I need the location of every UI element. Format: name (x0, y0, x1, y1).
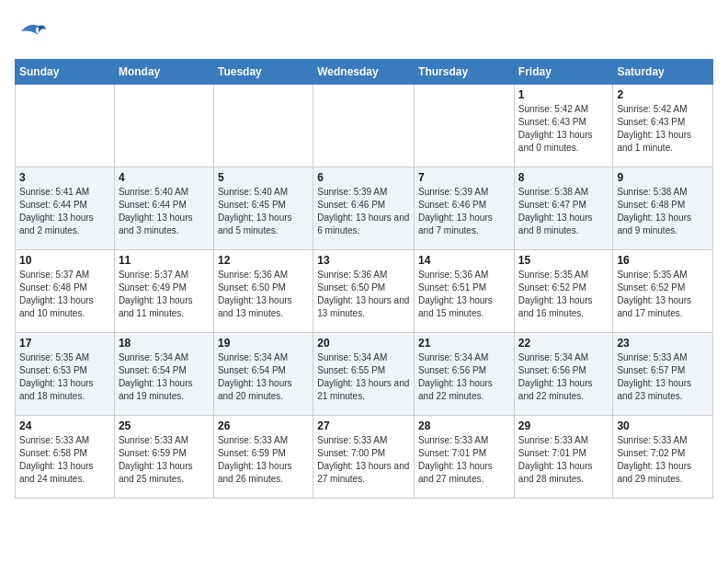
day-info: Sunrise: 5:33 AMSunset: 6:59 PMDaylight:… (218, 434, 309, 486)
calendar-cell: 20Sunrise: 5:34 AMSunset: 6:55 PMDayligh… (313, 333, 415, 416)
day-number: 17 (19, 337, 110, 350)
day-number: 20 (317, 337, 410, 350)
day-number: 22 (518, 337, 609, 350)
day-info: Sunrise: 5:35 AMSunset: 6:53 PMDaylight:… (19, 351, 110, 403)
calendar-cell: 16Sunrise: 5:35 AMSunset: 6:52 PMDayligh… (613, 250, 713, 333)
day-number: 18 (119, 337, 210, 350)
day-number: 1 (518, 88, 609, 101)
calendar: SundayMondayTuesdayWednesdayThursdayFrid… (15, 59, 713, 499)
weekday-header-wednesday: Wednesday (313, 60, 415, 85)
logo-icon (15, 15, 48, 48)
weekday-header-tuesday: Tuesday (213, 60, 313, 85)
day-info: Sunrise: 5:36 AMSunset: 6:50 PMDaylight:… (218, 269, 309, 320)
calendar-cell: 5Sunrise: 5:40 AMSunset: 6:45 PMDaylight… (213, 167, 313, 250)
day-info: Sunrise: 5:39 AMSunset: 6:46 PMDaylight:… (418, 186, 510, 237)
day-number: 14 (418, 254, 510, 267)
calendar-cell: 2Sunrise: 5:42 AMSunset: 6:43 PMDaylight… (613, 85, 713, 167)
calendar-cell: 15Sunrise: 5:35 AMSunset: 6:52 PMDayligh… (514, 250, 613, 333)
day-info: Sunrise: 5:37 AMSunset: 6:48 PMDaylight:… (19, 269, 110, 320)
day-info: Sunrise: 5:33 AMSunset: 7:01 PMDaylight:… (518, 434, 609, 486)
day-info: Sunrise: 5:33 AMSunset: 7:02 PMDaylight:… (617, 434, 709, 486)
day-number: 26 (218, 419, 309, 432)
calendar-cell: 7Sunrise: 5:39 AMSunset: 6:46 PMDaylight… (415, 167, 515, 250)
calendar-week-2: 3Sunrise: 5:41 AMSunset: 6:44 PMDaylight… (16, 167, 713, 250)
day-info: Sunrise: 5:33 AMSunset: 7:00 PMDaylight:… (317, 434, 410, 486)
weekday-header-sunday: Sunday (16, 60, 115, 85)
day-info: Sunrise: 5:38 AMSunset: 6:47 PMDaylight:… (518, 186, 609, 237)
day-number: 2 (617, 88, 709, 101)
logo (15, 15, 53, 48)
page-header (15, 15, 713, 48)
day-info: Sunrise: 5:38 AMSunset: 6:48 PMDaylight:… (617, 186, 709, 237)
calendar-cell: 19Sunrise: 5:34 AMSunset: 6:54 PMDayligh… (213, 333, 313, 416)
calendar-cell: 21Sunrise: 5:34 AMSunset: 6:56 PMDayligh… (415, 333, 515, 416)
calendar-cell: 14Sunrise: 5:36 AMSunset: 6:51 PMDayligh… (415, 250, 515, 333)
weekday-header-saturday: Saturday (613, 60, 713, 85)
calendar-cell (415, 85, 515, 167)
calendar-week-5: 24Sunrise: 5:33 AMSunset: 6:58 PMDayligh… (16, 416, 713, 499)
calendar-cell: 18Sunrise: 5:34 AMSunset: 6:54 PMDayligh… (114, 333, 213, 416)
calendar-cell: 12Sunrise: 5:36 AMSunset: 6:50 PMDayligh… (213, 250, 313, 333)
calendar-cell: 8Sunrise: 5:38 AMSunset: 6:47 PMDaylight… (514, 167, 613, 250)
day-number: 25 (119, 419, 210, 432)
day-number: 19 (218, 337, 309, 350)
calendar-cell: 10Sunrise: 5:37 AMSunset: 6:48 PMDayligh… (16, 250, 115, 333)
day-number: 5 (218, 171, 309, 184)
day-number: 29 (518, 419, 609, 432)
day-number: 15 (518, 254, 609, 267)
calendar-cell: 9Sunrise: 5:38 AMSunset: 6:48 PMDaylight… (613, 167, 713, 250)
day-number: 3 (19, 171, 110, 184)
day-number: 30 (617, 419, 709, 432)
day-number: 16 (617, 254, 709, 267)
calendar-cell: 1Sunrise: 5:42 AMSunset: 6:43 PMDaylight… (514, 85, 613, 167)
weekday-header-monday: Monday (114, 60, 213, 85)
day-number: 10 (19, 254, 110, 267)
calendar-cell (16, 85, 115, 167)
day-number: 4 (119, 171, 210, 184)
day-info: Sunrise: 5:42 AMSunset: 6:43 PMDaylight:… (617, 103, 709, 155)
calendar-cell: 22Sunrise: 5:34 AMSunset: 6:56 PMDayligh… (514, 333, 613, 416)
day-info: Sunrise: 5:33 AMSunset: 7:01 PMDaylight:… (418, 434, 510, 486)
calendar-cell: 24Sunrise: 5:33 AMSunset: 6:58 PMDayligh… (16, 416, 115, 499)
calendar-week-3: 10Sunrise: 5:37 AMSunset: 6:48 PMDayligh… (16, 250, 713, 333)
day-info: Sunrise: 5:34 AMSunset: 6:56 PMDaylight:… (418, 351, 510, 403)
calendar-cell: 4Sunrise: 5:40 AMSunset: 6:44 PMDaylight… (114, 167, 213, 250)
calendar-cell: 27Sunrise: 5:33 AMSunset: 7:00 PMDayligh… (313, 416, 415, 499)
day-number: 6 (317, 171, 410, 184)
day-info: Sunrise: 5:34 AMSunset: 6:56 PMDaylight:… (518, 351, 609, 403)
day-number: 11 (119, 254, 210, 267)
day-number: 12 (218, 254, 309, 267)
day-info: Sunrise: 5:34 AMSunset: 6:54 PMDaylight:… (119, 351, 210, 403)
day-info: Sunrise: 5:40 AMSunset: 6:45 PMDaylight:… (218, 186, 309, 237)
calendar-cell: 6Sunrise: 5:39 AMSunset: 6:46 PMDaylight… (313, 167, 415, 250)
day-info: Sunrise: 5:42 AMSunset: 6:43 PMDaylight:… (518, 103, 609, 155)
day-info: Sunrise: 5:34 AMSunset: 6:54 PMDaylight:… (218, 351, 309, 403)
calendar-cell: 30Sunrise: 5:33 AMSunset: 7:02 PMDayligh… (613, 416, 713, 499)
calendar-cell: 26Sunrise: 5:33 AMSunset: 6:59 PMDayligh… (213, 416, 313, 499)
calendar-cell: 11Sunrise: 5:37 AMSunset: 6:49 PMDayligh… (114, 250, 213, 333)
weekday-header-thursday: Thursday (415, 60, 515, 85)
day-number: 21 (418, 337, 510, 350)
calendar-cell: 28Sunrise: 5:33 AMSunset: 7:01 PMDayligh… (415, 416, 515, 499)
day-info: Sunrise: 5:39 AMSunset: 6:46 PMDaylight:… (317, 186, 410, 237)
day-info: Sunrise: 5:35 AMSunset: 6:52 PMDaylight:… (617, 269, 709, 320)
day-info: Sunrise: 5:33 AMSunset: 6:59 PMDaylight:… (119, 434, 210, 486)
calendar-cell (313, 85, 415, 167)
day-number: 9 (617, 171, 709, 184)
day-info: Sunrise: 5:37 AMSunset: 6:49 PMDaylight:… (119, 269, 210, 320)
day-number: 28 (418, 419, 510, 432)
day-number: 23 (617, 337, 709, 350)
day-number: 13 (317, 254, 410, 267)
day-info: Sunrise: 5:36 AMSunset: 6:50 PMDaylight:… (317, 269, 410, 320)
calendar-cell: 13Sunrise: 5:36 AMSunset: 6:50 PMDayligh… (313, 250, 415, 333)
day-number: 8 (518, 171, 609, 184)
day-info: Sunrise: 5:33 AMSunset: 6:57 PMDaylight:… (617, 351, 709, 403)
calendar-week-4: 17Sunrise: 5:35 AMSunset: 6:53 PMDayligh… (16, 333, 713, 416)
calendar-cell: 17Sunrise: 5:35 AMSunset: 6:53 PMDayligh… (16, 333, 115, 416)
day-info: Sunrise: 5:41 AMSunset: 6:44 PMDaylight:… (19, 186, 110, 237)
calendar-cell: 29Sunrise: 5:33 AMSunset: 7:01 PMDayligh… (514, 416, 613, 499)
calendar-cell: 25Sunrise: 5:33 AMSunset: 6:59 PMDayligh… (114, 416, 213, 499)
day-number: 7 (418, 171, 510, 184)
calendar-cell (114, 85, 213, 167)
calendar-cell (213, 85, 313, 167)
